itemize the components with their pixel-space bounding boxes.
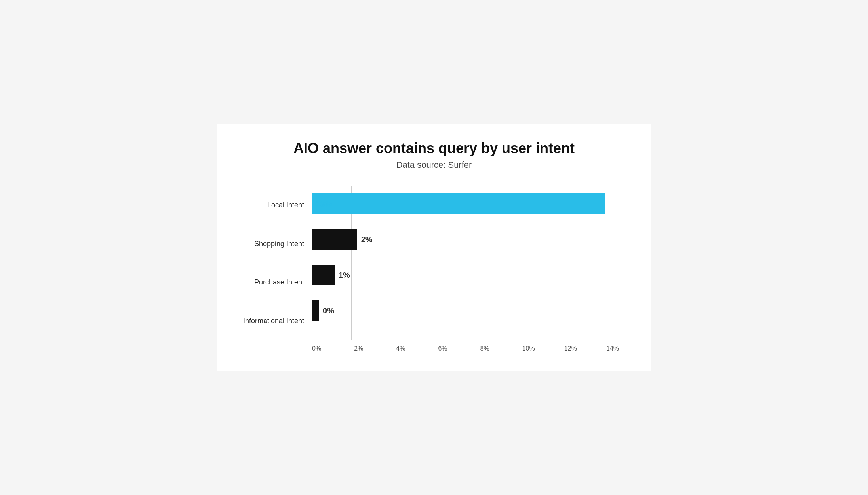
bar-row-purchase: 1% (312, 263, 627, 287)
x-axis: 0% 2% 4% 6% 8% 10% 12% 14% (312, 340, 627, 352)
y-label-informational: Informational Intent (243, 317, 304, 326)
x-tick-6: 6% (438, 345, 480, 352)
x-tick-2: 2% (354, 345, 396, 352)
x-tick-8: 8% (480, 345, 522, 352)
bar-informational (312, 300, 319, 321)
y-label-purchase: Purchase Intent (254, 278, 304, 287)
bar-value-purchase: 1% (339, 271, 350, 280)
bar-value-informational: 0% (323, 306, 334, 315)
chart-container: AIO answer contains query by user intent… (217, 124, 651, 371)
y-label-local: Local Intent (267, 201, 304, 210)
y-labels: Local Intent Shopping Intent Purchase In… (241, 186, 312, 352)
chart-subtitle: Data source: Surfer (241, 160, 627, 170)
bars-section: Local Intent Shopping Intent Purchase In… (241, 186, 627, 352)
bar-local: 13% (312, 193, 605, 214)
x-tick-4: 4% (396, 345, 438, 352)
bar-row-shopping: 2% (312, 228, 627, 251)
y-label-shopping: Shopping Intent (254, 240, 304, 248)
chart-area: Local Intent Shopping Intent Purchase In… (241, 186, 627, 352)
x-tick-14: 14% (606, 345, 627, 352)
x-tick-0: 0% (312, 345, 354, 352)
bar-purchase (312, 265, 335, 285)
bar-shopping (312, 229, 357, 250)
x-tick-10: 10% (522, 345, 564, 352)
plot-area: 13% 2% 1% (312, 186, 627, 352)
x-tick-12: 12% (564, 345, 606, 352)
bar-value-local: 13% (316, 199, 332, 209)
bar-row-informational: 0% (312, 299, 627, 322)
chart-title: AIO answer contains query by user intent (241, 140, 627, 157)
bars-rows: 13% 2% 1% (312, 186, 627, 340)
bar-value-shopping: 2% (361, 235, 373, 244)
bar-row-local: 13% (312, 192, 627, 216)
